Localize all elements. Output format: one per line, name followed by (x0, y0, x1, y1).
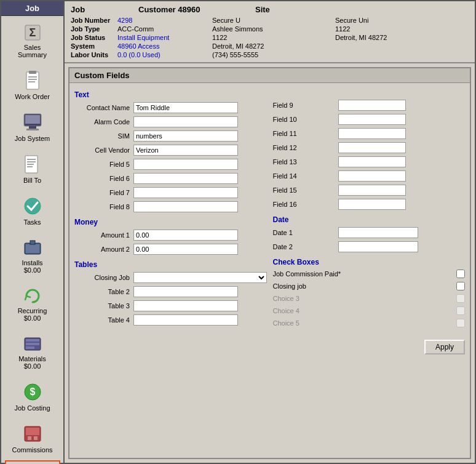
field8-label: Field 8 (74, 203, 130, 210)
system-row: System 48960 Access (71, 42, 212, 50)
jobcosting-icon: $ (20, 381, 45, 403)
sim-input[interactable] (133, 130, 238, 142)
table2-input[interactable] (133, 286, 238, 297)
customer-phone: (734) 555-5555 (212, 51, 335, 58)
sidebar-item-label: Work Order (15, 93, 50, 100)
sidebar-item-custom-fields[interactable]: Custom Fields (5, 460, 60, 464)
field14-input[interactable] (338, 170, 406, 182)
sidebar-item-sales-summary[interactable]: Σ SalesSummary (5, 17, 60, 63)
field6-input[interactable] (133, 173, 238, 184)
checkboxes-section-header: Check Boxes (273, 258, 466, 266)
sidebar-item-materials[interactable]: Materials$0.00 (5, 329, 60, 374)
sidebar-item-job-system[interactable]: Job System (5, 107, 60, 146)
sidebar: Job Σ SalesSummary (1, 1, 65, 463)
field-row-field5: Field 5 (74, 159, 267, 170)
svg-rect-18 (26, 244, 39, 253)
text-section-header: Text (74, 90, 267, 99)
field15-label: Field 15 (273, 186, 335, 194)
sidebar-item-label: Installs$0.00 (22, 259, 42, 274)
sim-label: SIM (74, 132, 130, 140)
svg-rect-28 (28, 436, 31, 440)
field12-label: Field 12 (273, 144, 335, 151)
commissions-icon (20, 423, 45, 445)
choice3-checkbox[interactable] (456, 294, 465, 303)
sidebar-item-job-costing[interactable]: $ Job Costing (5, 377, 60, 416)
field9-input[interactable] (338, 100, 406, 111)
closing-job-select[interactable] (133, 272, 267, 283)
choice5-checkbox[interactable] (456, 319, 465, 327)
field10-input[interactable] (338, 114, 406, 125)
field5-input[interactable] (133, 159, 238, 170)
col-site-title: Site (255, 5, 270, 14)
sidebar-item-tasks[interactable]: Tasks (5, 191, 60, 230)
sidebar-item-installs[interactable]: Installs$0.00 (5, 233, 60, 278)
field16-input[interactable] (338, 199, 406, 210)
contact-name-label: Contact Name (74, 104, 130, 111)
amount2-input[interactable] (133, 244, 238, 255)
field-row-cell-vendor: Cell Vendor (74, 145, 267, 156)
field-row-contact-name: Contact Name (74, 102, 267, 113)
contact-name-input[interactable] (133, 102, 238, 113)
sidebar-item-label: Commissions (12, 446, 52, 454)
field-row-field10: Field 10 (273, 114, 466, 125)
customer-contact: Ashlee Simmons (212, 25, 335, 33)
amount1-input[interactable] (133, 230, 238, 241)
job-commission-checkbox[interactable] (456, 270, 465, 278)
job-type-label: Job Type (71, 25, 114, 33)
labor-label: Labor Units (71, 51, 114, 58)
field12-input[interactable] (338, 142, 406, 153)
materials-icon (20, 333, 45, 355)
field13-label: Field 13 (273, 158, 335, 166)
sidebar-item-recurring[interactable]: Recurring$0.00 (5, 281, 60, 326)
apply-button[interactable]: Apply (424, 340, 465, 354)
field7-label: Field 7 (74, 189, 130, 196)
svg-rect-27 (26, 428, 39, 435)
field-row-closing-job-cb: Closing job (273, 282, 466, 290)
field13-input[interactable] (338, 156, 406, 167)
job-type-row: Job Type ACC-Comm (71, 25, 212, 33)
date2-label: Date 2 (273, 243, 335, 250)
date1-input[interactable] (338, 227, 418, 238)
job-status-value: Install Equipment (117, 34, 169, 41)
sidebar-item-bill-to[interactable]: Bill To (5, 149, 60, 188)
field7-input[interactable] (133, 187, 238, 198)
field-row-amount2: Amount 2 (74, 244, 267, 255)
field-row-field7: Field 7 (74, 187, 267, 198)
field-row-choice3: Choice 3 (273, 294, 466, 303)
system-label: System (71, 42, 114, 50)
main-content: Job Customer 48960 Site Job Number 4298 … (65, 1, 475, 463)
field-row-sim: SIM (74, 130, 267, 142)
table3-label: Table 3 (74, 302, 130, 310)
field-row-job-commission: Job Commission Paid* (273, 270, 466, 278)
labor-row: Labor Units 0.0 (0.0 Used) (71, 51, 212, 58)
field15-input[interactable] (338, 185, 406, 196)
choice5-label: Choice 5 (273, 319, 453, 327)
field8-input[interactable] (133, 201, 238, 212)
field11-input[interactable] (338, 128, 406, 139)
col-job-title: Job (71, 5, 138, 14)
table2-label: Table 2 (74, 288, 130, 295)
svg-rect-10 (26, 129, 39, 130)
cell-vendor-label: Cell Vendor (74, 146, 130, 154)
col-customer-title: Customer 48960 (138, 5, 255, 14)
closing-job-checkbox[interactable] (456, 282, 465, 290)
sidebar-item-work-order[interactable]: Work Order (5, 65, 60, 105)
field-row-choice5: Choice 5 (273, 319, 466, 327)
amount2-label: Amount 2 (74, 246, 130, 253)
choice4-checkbox[interactable] (456, 306, 465, 315)
sidebar-item-commissions[interactable]: Commissions (5, 418, 60, 458)
cell-vendor-input[interactable] (133, 145, 238, 156)
table3-input[interactable] (133, 300, 238, 311)
field-row-field13: Field 13 (273, 156, 466, 167)
field-row-choice4: Choice 4 (273, 306, 466, 315)
field11-label: Field 11 (273, 130, 335, 137)
svg-rect-23 (26, 346, 34, 349)
table4-input[interactable] (133, 314, 238, 326)
job-status-row: Job Status Install Equipment (71, 34, 212, 41)
sidebar-item-label: Materials$0.00 (18, 355, 46, 370)
site-addr1: 1122 (335, 25, 387, 33)
site-name: Secure Uni (335, 17, 387, 24)
date2-input[interactable] (338, 241, 418, 252)
alarm-code-input[interactable] (133, 116, 238, 127)
job-number-value: 4298 (117, 17, 132, 24)
